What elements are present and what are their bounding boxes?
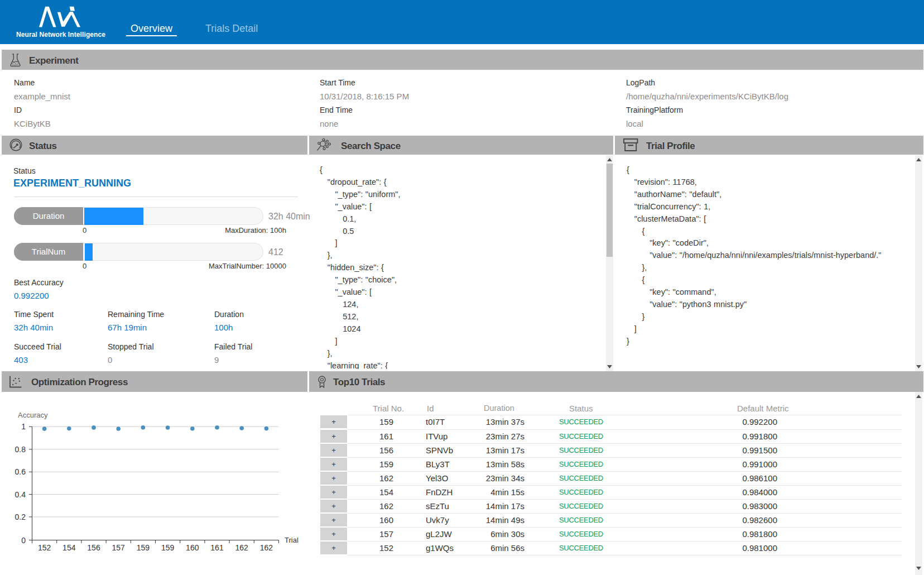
svg-text:0.8: 0.8 [15, 445, 26, 454]
svg-text:156: 156 [87, 543, 100, 552]
svg-text:154: 154 [62, 543, 76, 552]
svg-text:Trial: Trial [285, 536, 299, 544]
svg-text:162: 162 [260, 543, 273, 552]
svg-text:159: 159 [137, 543, 150, 552]
svg-text:0.4: 0.4 [15, 490, 26, 499]
svg-text:0.6: 0.6 [15, 467, 26, 476]
svg-text:160: 160 [186, 543, 199, 552]
svg-text:157: 157 [112, 543, 126, 552]
svg-text:0.2: 0.2 [15, 512, 26, 521]
svg-text:162: 162 [235, 543, 249, 552]
svg-text:161: 161 [210, 543, 224, 552]
svg-text:0: 0 [21, 536, 26, 545]
svg-text:159: 159 [161, 543, 175, 552]
svg-text:152: 152 [38, 543, 51, 552]
svg-text:Accuracy: Accuracy [18, 411, 48, 419]
svg-text:1: 1 [21, 422, 26, 431]
